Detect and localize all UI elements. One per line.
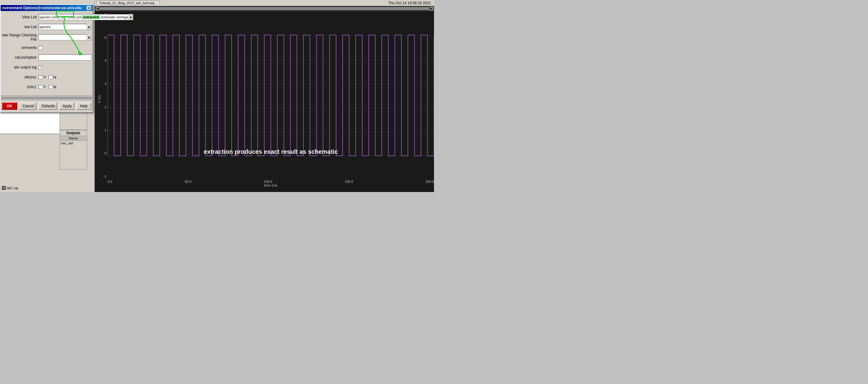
- iew-list-scroll-btn[interactable]: ▶: [87, 24, 91, 30]
- x-label-150: 150.0: [345, 180, 353, 183]
- iew-list-text: spectre: [39, 25, 51, 29]
- waveform-top-scrollbar[interactable]: ◀ ▶: [95, 6, 434, 11]
- state-ss-n-checkbox[interactable]: [49, 75, 53, 79]
- waveform-titlebar: Tutorial_21_Ring_VCO_sim_formula... Thu …: [95, 0, 434, 6]
- help-button[interactable]: Help: [76, 102, 91, 110]
- lab7-zip-label: lab7.zip: [7, 186, 18, 190]
- iew-list-input-area: spectre ▶: [38, 24, 91, 30]
- rec-label: r(rec):: [2, 85, 38, 89]
- outputs-panel: Outputs Name osc_out: [60, 130, 87, 170]
- x-label-50: 50.0: [185, 180, 191, 183]
- x-label-0: 0.0: [107, 180, 112, 183]
- rec-y: Y: [38, 85, 46, 89]
- param-range-input[interactable]: [38, 34, 87, 40]
- state-ss-y: Y: [38, 75, 46, 80]
- datetime-display: Thu Oct 14 19:08:16 2021: [389, 0, 431, 6]
- x-axis-title: time (ns): [107, 183, 434, 187]
- view-list-label: View List: [2, 15, 38, 19]
- state-ss-n: N: [49, 75, 56, 80]
- waveform-container: ◀ ▶ -1 0 1 2 3 4 5 6 V (V): [95, 6, 434, 192]
- rec-n-label: N: [54, 85, 56, 89]
- waveform-tab-active[interactable]: Tutorial_21_Ring_VCO_sim_formula...: [97, 1, 160, 5]
- state-ss-y-label: Y: [43, 75, 46, 80]
- waveform-scroll-right[interactable]: ▶: [429, 6, 433, 11]
- param-range-row: eter Range Checking File ▶: [2, 33, 91, 41]
- cmdline-row: ndLineOption: [2, 54, 91, 61]
- rec-n-checkbox[interactable]: [49, 85, 53, 89]
- outputs-item-osc[interactable]: osc_out: [60, 141, 87, 146]
- iew-list-row: iew List spectre ▶: [2, 23, 91, 31]
- environment-options-dialog: nvironment Options@csimcluster.ee.unlv.e…: [0, 4, 93, 113]
- y-axis: -1 0 1 2 3 4 5 6: [95, 11, 107, 180]
- iew-list-label: iew List: [2, 25, 38, 29]
- param-range-label: eter Range Checking File: [2, 33, 38, 41]
- waveform-scroll-track[interactable]: [100, 7, 429, 10]
- comments-checkbox[interactable]: [38, 46, 42, 50]
- waveform-scroll-left[interactable]: ◀: [95, 6, 100, 11]
- outputs-name-col: Name: [60, 136, 87, 141]
- state-ss-yn: Y N: [38, 75, 56, 80]
- output-log-checkbox[interactable]: [38, 65, 42, 69]
- param-range-input-area: ▶: [38, 34, 91, 40]
- view-list-input-area: spectre cmos_sch cmos.sch extracted sche…: [38, 14, 133, 20]
- view-list-text: spectre cmos_sch cmos.sch extracted sche…: [39, 15, 128, 19]
- left-panel: nvironment Options@csimcluster.ee.unlv.e…: [0, 0, 95, 192]
- y-label-2: 2: [95, 105, 107, 109]
- cmdline-label: ndLineOption: [2, 55, 38, 60]
- cmdline-input[interactable]: [38, 54, 91, 61]
- comments-checkbox-area: [38, 46, 42, 50]
- y-label-5: 5: [95, 36, 107, 39]
- y-axis-title: V (V): [97, 95, 101, 103]
- dialog-hscrollbar[interactable]: [1, 95, 93, 100]
- iew-list-input[interactable]: spectre: [38, 24, 87, 30]
- comments-row: omments: [2, 44, 91, 51]
- view-list-row: View List spectre cmos_sch cmos.sch extr…: [2, 13, 91, 21]
- x-label-100: 100.0: [264, 180, 272, 183]
- outputs-header: Outputs: [60, 130, 87, 136]
- output-log-label: atic output log: [2, 65, 38, 69]
- waveform-panel: Tutorial_21_Ring_VCO_sim_formula... Thu …: [95, 0, 434, 192]
- ok-button[interactable]: OK: [2, 102, 17, 110]
- x-label-200: 200.0: [426, 180, 434, 183]
- y-label-0: 0: [95, 151, 107, 155]
- dialog-buttons: OK Cancel Defaults Apply Help: [1, 100, 93, 112]
- apply-button[interactable]: Apply: [59, 102, 74, 110]
- waveform-svg-area: extraction produces exact result as sche…: [107, 11, 434, 180]
- x-axis: 0.0 50.0 100.0 150.0 200.0 time (ns): [107, 180, 434, 192]
- y-label-1: 1: [95, 128, 107, 132]
- output-log-row: atic output log: [2, 64, 91, 71]
- waveform-annotation-text: extraction produces exact result as sche…: [204, 148, 338, 155]
- comments-label: omments: [2, 46, 38, 50]
- lab7-zip: 🖼 lab7.zip: [2, 185, 18, 190]
- state-ss-n-label: N: [54, 75, 56, 80]
- cancel-button[interactable]: Cancel: [19, 102, 36, 110]
- view-list-scroll-btn[interactable]: ▶: [129, 14, 133, 20]
- dialog-close-button[interactable]: ×: [87, 6, 91, 10]
- dialog-content: View List spectre cmos_sch cmos.sch extr…: [1, 11, 93, 95]
- rec-row: r(rec): Y N: [2, 83, 91, 90]
- y-label-4: 4: [95, 59, 107, 62]
- rec-y-checkbox[interactable]: [38, 85, 42, 89]
- state-ss-label: ate(ss):: [2, 75, 38, 79]
- waveform-tab-area: Tutorial_21_Ring_VCO_sim_formula...: [97, 1, 432, 5]
- defaults-button[interactable]: Defaults: [38, 102, 57, 110]
- rec-n: N: [49, 85, 56, 89]
- rec-y-label: Y: [43, 85, 46, 89]
- param-range-scroll-btn[interactable]: ▶: [87, 34, 91, 40]
- output-log-checkbox-area: [38, 65, 42, 69]
- y-label-minus1: -1: [95, 175, 107, 178]
- view-list-input[interactable]: spectre cmos_sch cmos.sch extracted sche…: [38, 14, 129, 20]
- state-ss-row: ate(ss): Y N: [2, 73, 91, 81]
- y-label-3: 3: [95, 82, 107, 86]
- dialog-titlebar: nvironment Options@csimcluster.ee.unlv.e…: [1, 5, 93, 11]
- state-ss-y-checkbox[interactable]: [38, 75, 42, 79]
- x-labels: 0.0 50.0 100.0 150.0 200.0: [107, 180, 434, 183]
- rec-yn: Y N: [38, 85, 56, 89]
- dialog-title: nvironment Options@csimcluster.ee.unlv.e…: [2, 6, 82, 10]
